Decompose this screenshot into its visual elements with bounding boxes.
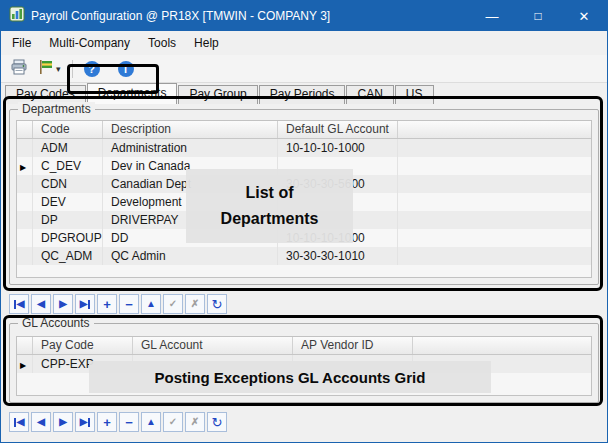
help-icon: ? (84, 61, 100, 77)
menu-multi-company[interactable]: Multi-Company (40, 33, 139, 53)
close-button[interactable]: ✕ (561, 1, 607, 31)
toolbar-separator (72, 60, 73, 78)
post-record-icon: ✓ (169, 299, 177, 309)
window-title: Payroll Configuration @ PR18X [TMWIN - C… (31, 9, 330, 23)
titlebar: Payroll Configuration @ PR18X [TMWIN - C… (1, 1, 607, 31)
nav-last-button[interactable]: ▶ (75, 294, 95, 314)
post-record-icon: ✓ (169, 417, 177, 427)
nav-cancel-button[interactable]: ✗ (185, 412, 205, 432)
app-icon (9, 6, 25, 26)
edit-record-icon: ▲ (146, 417, 156, 427)
departments-navigator: ◀ ◀ ▶ ▶ + − ▲ ✓ ✗ ↻ (9, 294, 227, 314)
tab-strip: Pay Codes Departments Pay Group Pay Peri… (1, 83, 607, 104)
first-record-icon: ◀ (17, 299, 25, 309)
minimize-button[interactable]: — (469, 1, 515, 31)
nav-refresh-button[interactable]: ↻ (207, 294, 227, 314)
nav-cancel-button[interactable]: ✗ (185, 294, 205, 314)
nav-prior-button[interactable]: ◀ (31, 294, 51, 314)
nav-next-button[interactable]: ▶ (53, 412, 73, 432)
menu-bar: File Multi-Company Tools Help (1, 31, 607, 55)
table-row[interactable]: ADM Administration 10-10-10-1000 (17, 139, 591, 157)
column-header-description[interactable]: Description (103, 121, 278, 138)
menu-tools[interactable]: Tools (139, 33, 185, 53)
insert-record-icon: + (103, 298, 111, 311)
last-record-icon: ▶ (80, 417, 88, 427)
nav-edit-button[interactable]: ▲ (141, 412, 161, 432)
nav-first-button[interactable]: ◀ (9, 412, 29, 432)
refresh-icon: ↻ (212, 298, 223, 311)
nav-delete-button[interactable]: − (119, 412, 139, 432)
refresh-icon: ↻ (212, 416, 223, 429)
info-icon: i (118, 61, 134, 77)
nav-delete-button[interactable]: − (119, 294, 139, 314)
last-record-icon: ▶ (80, 299, 88, 309)
chevron-down-icon: ▾ (56, 64, 61, 74)
cancel-edit-icon: ✗ (191, 417, 199, 427)
edit-record-icon: ▲ (146, 299, 156, 309)
nav-last-button[interactable]: ▶ (75, 412, 95, 432)
nav-prior-button[interactable]: ◀ (31, 412, 51, 432)
selector-column-header (17, 337, 33, 354)
app-window: Payroll Configuration @ PR18X [TMWIN - C… (0, 0, 608, 443)
nav-first-button[interactable]: ◀ (9, 294, 29, 314)
nav-refresh-button[interactable]: ↻ (207, 412, 227, 432)
nav-post-button[interactable]: ✓ (163, 412, 183, 432)
prior-record-icon: ◀ (37, 299, 45, 309)
column-header-ap-vendor-id[interactable]: AP Vendor ID (293, 337, 413, 354)
company-flag-icon (38, 59, 54, 78)
toolbar: ▾ ? i (1, 55, 607, 83)
column-header-code[interactable]: Code (33, 121, 103, 138)
tab-pay-periods[interactable]: Pay Periods (259, 85, 346, 104)
info-button[interactable]: i (115, 59, 145, 79)
nav-insert-button[interactable]: + (97, 412, 117, 432)
cancel-edit-icon: ✗ (191, 299, 199, 309)
nav-post-button[interactable]: ✓ (163, 294, 183, 314)
next-record-icon: ▶ (59, 417, 67, 427)
help-button[interactable]: ? (81, 59, 111, 79)
tab-can[interactable]: CAN (346, 85, 393, 104)
delete-record-icon: − (125, 298, 133, 311)
departments-grid-header: Code Description Default GL Account (17, 121, 591, 139)
company-selector-button[interactable]: ▾ (35, 57, 64, 80)
insert-record-icon: + (103, 416, 111, 429)
current-row-marker-icon: ▶ (20, 163, 26, 172)
menu-file[interactable]: File (3, 33, 40, 53)
print-icon (10, 59, 28, 78)
print-button[interactable] (7, 57, 31, 80)
departments-overlay-label: List of Departments (186, 169, 353, 243)
tab-us[interactable]: US (395, 85, 434, 104)
delete-record-icon: − (125, 416, 133, 429)
next-record-icon: ▶ (59, 299, 67, 309)
menu-help[interactable]: Help (185, 33, 228, 53)
current-row-marker-icon: ▶ (20, 361, 26, 370)
column-header-pay-code[interactable]: Pay Code (33, 337, 133, 354)
selector-column-header (17, 121, 33, 138)
maximize-button[interactable]: □ (515, 1, 561, 31)
departments-group-label: Departments (18, 102, 95, 116)
tab-pay-group[interactable]: Pay Group (178, 85, 257, 104)
first-record-icon: ◀ (17, 417, 25, 427)
nav-edit-button[interactable]: ▲ (141, 294, 161, 314)
table-row[interactable]: QC_ADM QC Admin 30-30-30-1010 (17, 247, 591, 265)
gl-accounts-grid-header: Pay Code GL Account AP Vendor ID (17, 337, 591, 355)
tab-departments[interactable]: Departments (87, 83, 178, 104)
caption-buttons: — □ ✕ (469, 1, 607, 31)
prior-record-icon: ◀ (37, 417, 45, 427)
column-header-default-gl[interactable]: Default GL Account (278, 121, 398, 138)
gl-accounts-group-label: GL Accounts (18, 316, 94, 330)
column-header-gl-account[interactable]: GL Account (133, 337, 293, 354)
nav-insert-button[interactable]: + (97, 294, 117, 314)
nav-next-button[interactable]: ▶ (53, 294, 73, 314)
gl-accounts-navigator: ◀ ◀ ▶ ▶ + − ▲ ✓ ✗ ↻ (9, 412, 227, 432)
gl-accounts-overlay-label: Posting Exceptions GL Accounts Grid (89, 361, 491, 393)
